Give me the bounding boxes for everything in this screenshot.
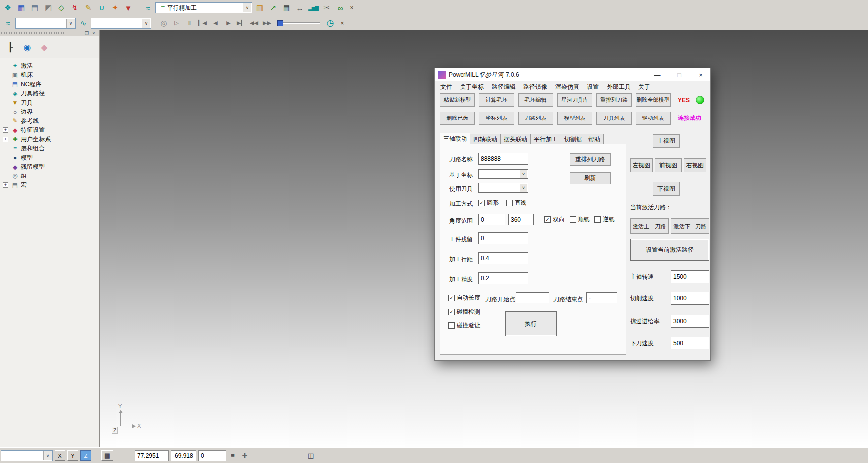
fast-forward-icon[interactable] xyxy=(261,18,273,28)
angle-start-input[interactable] xyxy=(478,214,505,225)
activate-prev-button[interactable]: 激活上一刀路 xyxy=(630,218,669,234)
checkbox-box[interactable]: ✓ xyxy=(478,200,485,206)
checkbox-box[interactable] xyxy=(506,200,513,206)
checkbox-box[interactable]: ✓ xyxy=(544,216,551,223)
pattern-icon[interactable] xyxy=(109,2,121,14)
tree-item-feature-sets[interactable]: 特征设置 xyxy=(3,126,99,135)
auto-length-checkbox[interactable]: ✓ 自动长度 xyxy=(448,294,480,302)
save-icon[interactable] xyxy=(15,2,27,14)
simulation-toolpath-dropdown[interactable] xyxy=(15,18,76,29)
line-checkbox[interactable]: 直线 xyxy=(506,199,526,207)
coord-y-field[interactable] xyxy=(171,450,196,461)
menu-file[interactable]: 文件 xyxy=(436,81,456,93)
tolerance-input[interactable] xyxy=(478,272,528,284)
front-view-button[interactable]: 前视图 xyxy=(655,158,682,172)
boundary-icon[interactable] xyxy=(96,2,108,14)
set-active-path-button[interactable]: 设置当前激活路径 xyxy=(630,239,709,261)
minimize-button[interactable]: — xyxy=(648,68,667,81)
simulation-speed-slider[interactable] xyxy=(277,18,320,28)
right-view-button[interactable]: 右视图 xyxy=(684,158,706,172)
expand-icon[interactable] xyxy=(3,182,8,188)
toolpath-name-input[interactable] xyxy=(478,153,528,165)
angle-end-input[interactable] xyxy=(508,214,534,225)
collision-avoid-checkbox[interactable]: 碰撞避让 xyxy=(448,321,480,330)
toolpath-icon[interactable] xyxy=(69,2,81,14)
chevron-down-icon[interactable] xyxy=(142,19,150,28)
expand-icon[interactable] xyxy=(3,127,8,133)
bidirectional-checkbox[interactable]: ✓ 双向 xyxy=(544,215,565,224)
menu-coordinates[interactable]: 关于坐标 xyxy=(456,81,488,93)
checkbox-box[interactable]: ✓ xyxy=(448,295,455,301)
axis-x-button[interactable]: X xyxy=(55,450,65,461)
chevron-down-icon[interactable] xyxy=(43,451,52,460)
delete-all-models-button[interactable]: 删除全部模型 xyxy=(636,93,671,107)
calculator-icon[interactable] xyxy=(281,2,292,14)
tree-item-stock-models[interactable]: 残留模型 xyxy=(3,163,99,172)
layers-icon[interactable] xyxy=(2,2,14,14)
tree-item-tools[interactable]: 刀具 xyxy=(3,98,99,108)
top-view-button[interactable]: 上视图 xyxy=(653,134,680,148)
rearrange-toolpaths-button[interactable]: 重排列刀路 xyxy=(596,93,632,107)
rearrange-button[interactable]: 重排列刀路 xyxy=(570,153,611,166)
spindle-speed-input[interactable] xyxy=(671,270,709,283)
expand-icon[interactable] xyxy=(3,137,8,142)
maximize-button[interactable]: □ xyxy=(670,68,689,81)
menu-external-tools[interactable]: 外部工具 xyxy=(603,81,635,93)
pages-icon[interactable] xyxy=(306,451,316,461)
menu-path-edit[interactable]: 路径编辑 xyxy=(488,81,520,93)
chevron-down-icon[interactable] xyxy=(520,184,527,192)
tool-list-button[interactable]: 刀具列表 xyxy=(596,112,632,125)
left-view-button[interactable]: 左视图 xyxy=(630,158,653,172)
tree-item-groups[interactable]: 组 xyxy=(3,172,99,181)
bulb-icon[interactable] xyxy=(158,17,170,29)
toolbar-close-button[interactable]: × xyxy=(347,3,356,12)
calc-block-button[interactable]: 计算毛坯 xyxy=(479,93,514,107)
step-first-icon[interactable] xyxy=(197,18,208,28)
chevron-down-icon[interactable] xyxy=(243,3,251,12)
tab-saw[interactable]: 切割锯 xyxy=(561,134,585,144)
step-back-icon[interactable] xyxy=(210,18,221,28)
end-point-input[interactable] xyxy=(586,292,617,303)
tool-library-button[interactable]: 星河刀具库 xyxy=(557,93,592,107)
wave-icon[interactable] xyxy=(77,17,89,29)
checkbox-box[interactable]: ✓ xyxy=(448,309,455,315)
tab-3axis[interactable]: 三轴联动 xyxy=(440,133,470,144)
block-icon[interactable] xyxy=(42,2,54,14)
grid-icon[interactable] xyxy=(101,450,113,461)
tree-item-toolpaths[interactable]: 刀具路径 xyxy=(3,89,99,99)
checkbox-box[interactable] xyxy=(570,216,576,223)
coord-list-button[interactable]: 坐标列表 xyxy=(479,112,514,125)
tool-icon[interactable] xyxy=(122,2,134,14)
strategy-dropdown[interactable]: 平行精加工 xyxy=(155,2,252,13)
slider-handle[interactable] xyxy=(277,20,283,26)
statusbar-dropdown[interactable] xyxy=(1,450,53,461)
tree-item-models[interactable]: 模型 xyxy=(3,153,99,163)
tree-item-activate[interactable]: 激活 xyxy=(3,61,99,71)
scissors-icon[interactable] xyxy=(321,2,333,14)
globe-icon[interactable] xyxy=(21,41,34,54)
paste-new-model-button[interactable]: 粘贴新模型 xyxy=(440,93,475,107)
refresh-button[interactable]: 刷新 xyxy=(570,172,611,184)
ribbon-icon[interactable] xyxy=(142,2,154,14)
chevron-down-icon[interactable] xyxy=(66,19,75,28)
clock-icon[interactable] xyxy=(324,17,336,29)
stock-input[interactable] xyxy=(478,232,528,244)
stats-icon[interactable] xyxy=(307,2,319,14)
tree-item-workplanes[interactable]: 用户坐标系 xyxy=(3,135,99,144)
stepover-input[interactable] xyxy=(478,252,528,264)
execute-button[interactable]: 执行 xyxy=(505,311,557,336)
shield-icon[interactable] xyxy=(38,41,51,54)
close-panel-icon[interactable] xyxy=(91,30,97,36)
start-point-input[interactable] xyxy=(516,292,549,303)
simulation-icon[interactable] xyxy=(334,2,346,14)
coord-x-field[interactable] xyxy=(135,450,169,461)
tab-parallel[interactable]: 平行加工 xyxy=(530,134,561,144)
play-icon[interactable] xyxy=(171,18,182,28)
chevron-down-icon[interactable] xyxy=(520,170,527,178)
tree-item-nc-programs[interactable]: NC程序 xyxy=(3,80,99,89)
simulation-tool-dropdown[interactable] xyxy=(91,18,151,29)
block-edit-button[interactable]: 毛坯编辑 xyxy=(518,93,553,107)
tree-item-macros[interactable]: 宏 xyxy=(3,181,99,190)
drive-list-button[interactable]: 驱动列表 xyxy=(636,112,671,125)
tree-item-patterns[interactable]: 参考线 xyxy=(3,116,99,126)
